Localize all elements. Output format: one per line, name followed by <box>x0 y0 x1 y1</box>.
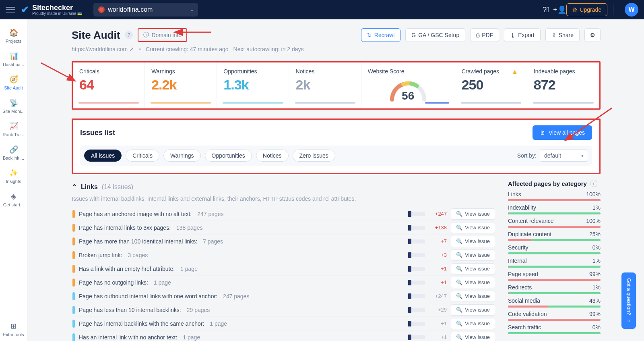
google-icon: G <box>411 32 416 38</box>
issue-title[interactable]: Has an internal link with no anchor text… <box>79 334 177 341</box>
share-button[interactable]: ⇪Share <box>545 28 580 42</box>
ga-gsc-button[interactable]: GGA / GSC Setup <box>405 28 465 42</box>
sidebar-item-siteaudit[interactable]: 🧭Site Audit <box>2 71 26 94</box>
upgrade-button[interactable]: ⟰ Upgrade <box>566 3 607 16</box>
sidebar-item-sitemoni[interactable]: 📡Site Moni... <box>2 94 26 118</box>
chevron-down-icon: ▼ <box>580 154 584 158</box>
info-icon[interactable]: ? <box>125 31 133 39</box>
pdf-button[interactable]: ⎙PDF <box>470 28 499 42</box>
info-icon[interactable]: i <box>590 180 597 187</box>
document-icon: 🗎 <box>540 129 545 136</box>
sidebar-item-projects[interactable]: 🏠Projects <box>2 24 26 48</box>
sidebar-item-dashboa[interactable]: 📊Dashboa... <box>2 48 26 71</box>
download-icon: ⭳ <box>510 32 516 38</box>
brand-logo[interactable]: ✔ Sitechecker Proudly made in Ukraine 🇺🇦 <box>21 4 82 16</box>
export-button[interactable]: ⭳Export <box>504 28 540 42</box>
help-icon[interactable]: ?⃝ <box>539 3 553 17</box>
view-issue-button[interactable]: 🔍View issue <box>451 332 495 341</box>
affected-pct: 1% <box>592 258 601 264</box>
issue-title[interactable]: Page has an anchored image with no alt t… <box>79 211 192 217</box>
sidebar-item-label: Extra tools <box>3 332 24 337</box>
stat-score[interactable]: Website Score 56 <box>361 62 455 108</box>
add-user-icon[interactable]: +👤 <box>553 3 566 17</box>
issue-group-header[interactable]: ⌃ Links (14 issues) <box>72 180 495 194</box>
affected-row[interactable]: Internal1% <box>508 258 601 268</box>
filter-chip-all-issues[interactable]: All issues <box>84 150 122 162</box>
help-fab[interactable]: ○ Got a question? <box>621 272 636 329</box>
affected-row[interactable]: Content relevance100% <box>508 218 601 228</box>
affected-row[interactable]: Code validation99% <box>508 311 601 321</box>
stat-warnings[interactable]: Warnings 2.2k <box>145 62 217 108</box>
view-issue-button[interactable]: 🔍View issue <box>451 277 495 288</box>
stat-opportunities[interactable]: Opportunities 1.3k <box>217 62 289 108</box>
view-issue-button[interactable]: 🔍View issue <box>451 291 495 302</box>
issue-title[interactable]: Broken jump link: <box>79 252 122 258</box>
affected-row[interactable]: Page speed99% <box>508 271 601 281</box>
stat-value: 2.2k <box>151 77 210 93</box>
stat-notices[interactable]: Notices 2k <box>289 62 361 108</box>
site-selector[interactable]: worldoflina.com ⌄ <box>93 3 198 17</box>
affected-row[interactable]: Links100% <box>508 191 601 201</box>
crawl-current: Current crawling: 47 minutes ago <box>146 46 228 52</box>
stat-label: Opportunities <box>223 68 282 75</box>
search-icon: 🔍 <box>456 252 462 258</box>
affected-bar <box>508 226 601 228</box>
affected-row[interactable]: Indexability1% <box>508 204 601 214</box>
issue-title[interactable]: Page has internal links to 3xx pages: <box>79 225 171 231</box>
affected-row[interactable]: Redirects1% <box>508 284 601 294</box>
view-all-pages-button[interactable]: 🗎 View all pages <box>533 125 592 140</box>
site-url-link[interactable]: https://worldoflina.com ↗ <box>72 46 134 52</box>
meta-row: https://worldoflina.com ↗ • Current craw… <box>72 46 601 52</box>
avatar[interactable]: W <box>625 3 638 17</box>
filter-chip-criticals[interactable]: Criticals <box>126 150 159 162</box>
pdf-icon: ⎙ <box>476 32 479 38</box>
sidebar-item-ranktra[interactable]: 📈Rank Tra... <box>2 118 26 141</box>
settings-button[interactable]: ⚙ <box>584 28 601 42</box>
issue-title[interactable]: Page has no outgoing links: <box>79 279 148 286</box>
stat-criticals[interactable]: Criticals 64 <box>73 62 145 108</box>
issue-row: Page has more than 100 identical interna… <box>72 234 495 248</box>
search-icon: 🔍 <box>456 266 462 272</box>
issue-title[interactable]: Page has more than 100 identical interna… <box>79 238 197 245</box>
sidebar-item-insights[interactable]: ✨Insights <box>2 164 26 188</box>
sidebar-item-backlink[interactable]: 🔗Backlink ... <box>2 141 26 164</box>
share-icon: ⇪ <box>551 32 556 38</box>
view-issue-button[interactable]: 🔍View issue <box>451 263 495 274</box>
search-icon: 🔍 <box>456 225 462 231</box>
external-link-icon: ↗ <box>129 46 134 52</box>
issue-title[interactable]: Page has internal backlinks with the sam… <box>79 320 204 327</box>
view-issue-button[interactable]: 🔍View issue <box>451 208 495 220</box>
issue-pages: 1 page <box>154 279 171 286</box>
issue-pages: 7 pages <box>203 238 223 245</box>
menu-icon[interactable] <box>6 5 15 15</box>
filter-chip-opportunities[interactable]: Opportunities <box>205 150 252 162</box>
filter-chip-zero-issues[interactable]: Zero issues <box>293 150 335 162</box>
issue-title[interactable]: Page has less than 10 internal backlinks… <box>79 307 181 313</box>
view-issue-button[interactable]: 🔍View issue <box>451 222 495 233</box>
score-value: 56 <box>388 89 428 102</box>
filter-chip-warnings[interactable]: Warnings <box>163 150 201 162</box>
recrawl-button[interactable]: ↻Recrawl <box>361 28 401 42</box>
stat-crawled[interactable]: Crawled pages ▲ 250 <box>455 62 527 108</box>
stat-label: Notices <box>296 68 355 75</box>
sidebar-item-extra-tools[interactable]: ⊞ Extra tools <box>2 318 26 341</box>
affected-row[interactable]: Duplicate content25% <box>508 231 601 241</box>
issue-title[interactable]: Page has outbound internal links with on… <box>79 293 217 299</box>
severity-indicator <box>72 237 75 245</box>
affected-row[interactable]: Social media43% <box>508 297 601 308</box>
domain-info-button[interactable]: ⓘ Domain info <box>138 28 187 42</box>
sort-select[interactable]: default ▼ <box>540 150 588 162</box>
mini-bar-icon <box>408 308 425 312</box>
filter-chip-notices[interactable]: Notices <box>256 150 289 162</box>
help-label: Got a question? <box>626 278 632 315</box>
view-issue-button[interactable]: 🔍View issue <box>451 318 495 329</box>
affected-row[interactable]: Security0% <box>508 244 601 254</box>
view-issue-button[interactable]: 🔍View issue <box>451 304 495 316</box>
affected-label: Content relevance <box>508 218 554 224</box>
issue-title[interactable]: Has a link with an empty href attribute: <box>79 266 175 272</box>
view-issue-button[interactable]: 🔍View issue <box>451 236 495 247</box>
sidebar-item-getstart[interactable]: ◈Get start... <box>2 188 26 211</box>
stat-indexable[interactable]: Indexable pages 872 <box>527 62 599 108</box>
affected-row[interactable]: Search traffic0% <box>508 324 601 334</box>
view-issue-button[interactable]: 🔍View issue <box>451 250 495 261</box>
